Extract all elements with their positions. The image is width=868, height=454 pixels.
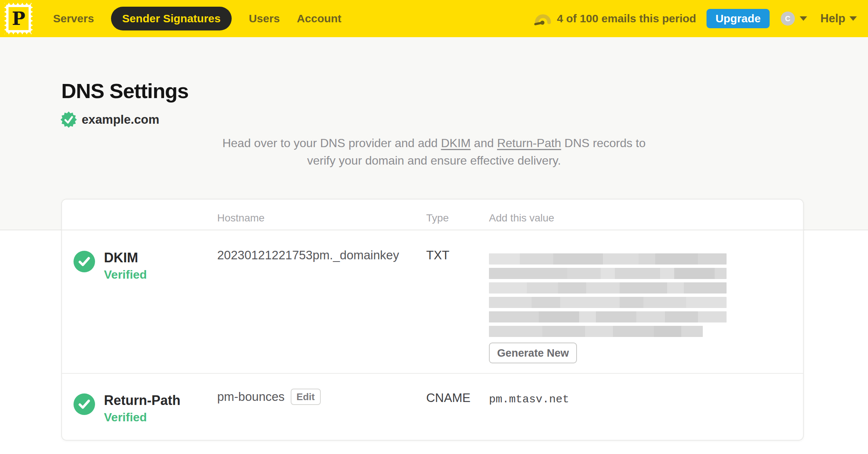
nav-item-account[interactable]: Account: [297, 12, 342, 25]
redacted-value-line: [489, 297, 727, 308]
upgrade-button[interactable]: Upgrade: [707, 9, 770, 28]
hostname-cell: pm-bounces Edit: [217, 389, 321, 405]
verified-check-icon: [74, 251, 95, 272]
nav-item-sender-signatures[interactable]: Sender Signatures: [111, 7, 232, 30]
verified-seal-icon: [61, 111, 77, 128]
logo-letter-text: P: [12, 10, 25, 27]
page-title: DNS Settings: [61, 79, 189, 103]
intro-text: Head over to your DNS provider and add D…: [0, 134, 868, 169]
hostname-text: pm-bounces: [217, 390, 285, 404]
postmark-dns-settings-screen: P Servers Sender Signatures Users Accoun…: [0, 0, 868, 454]
value-cell: pm.mtasv.net: [489, 393, 569, 406]
column-header-type: Type: [426, 212, 449, 224]
edit-button[interactable]: Edit: [291, 389, 321, 405]
seal-check-icon: [61, 111, 77, 128]
record-name: DKIM: [104, 251, 147, 265]
status-badge: Verified: [104, 268, 147, 282]
primary-nav: Servers Sender Signatures Users Account: [53, 7, 342, 30]
postmark-logo[interactable]: P: [4, 3, 33, 34]
usage-gauge-icon: [534, 12, 552, 25]
chevron-down-icon: [849, 16, 857, 21]
redacted-value-line: [489, 268, 727, 279]
hostname-cell: 20230121221753pm._domainkey: [217, 248, 399, 262]
nav-item-users[interactable]: Users: [249, 12, 280, 25]
status-badge: Verified: [104, 411, 180, 424]
intro-part4: verify your domain and ensure effective …: [307, 154, 561, 167]
help-menu[interactable]: Help: [820, 12, 857, 25]
record-name-block: Return-Path Verified: [104, 393, 180, 424]
type-cell: CNAME: [426, 391, 470, 405]
redacted-value-line: [489, 326, 703, 337]
usage-text: 4 of 100 emails this period: [557, 12, 696, 25]
generate-new-button[interactable]: Generate New: [489, 343, 577, 363]
table-header-row: Hostname Type Add this value: [62, 200, 803, 230]
redacted-value-line: [489, 311, 727, 322]
verified-domain-row: example.com: [61, 111, 159, 128]
column-header-value: Add this value: [489, 212, 554, 224]
intro-part1: Head over to your DNS provider and add: [222, 136, 441, 150]
intro-part2: and: [471, 136, 497, 150]
value-cell-redacted: Generate New: [489, 253, 727, 363]
table-row-dkim: DKIM Verified 20230121221753pm._domainke…: [62, 230, 803, 373]
redacted-value-line: [489, 282, 727, 294]
dkim-link[interactable]: DKIM: [441, 136, 471, 150]
top-navbar: P Servers Sender Signatures Users Accoun…: [0, 0, 868, 37]
redacted-value-line: [489, 253, 727, 265]
column-header-hostname: Hostname: [217, 212, 265, 224]
domain-name: example.com: [82, 113, 159, 127]
dns-records-card: Hostname Type Add this value DKIM Verifi…: [61, 199, 804, 441]
help-label: Help: [820, 12, 845, 25]
chevron-down-icon: [800, 16, 807, 21]
table-row-return-path: Return-Path Verified pm-bounces Edit CNA…: [62, 373, 803, 440]
record-name: Return-Path: [104, 393, 180, 408]
intro-part3: DNS records to: [561, 136, 646, 150]
record-name-cell: Return-Path Verified: [74, 393, 180, 424]
verified-check-icon: [74, 393, 95, 415]
postmark-logo-letter: P: [9, 7, 29, 30]
navbar-right-group: 4 of 100 emails this period Upgrade C He…: [534, 9, 857, 28]
avatar[interactable]: C: [781, 12, 795, 26]
account-menu[interactable]: C: [781, 12, 807, 26]
type-cell: TXT: [426, 248, 449, 262]
record-name-block: DKIM Verified: [104, 251, 147, 282]
return-path-link[interactable]: Return-Path: [497, 136, 561, 150]
record-name-cell: DKIM Verified: [74, 251, 147, 282]
nav-item-servers[interactable]: Servers: [53, 12, 94, 25]
